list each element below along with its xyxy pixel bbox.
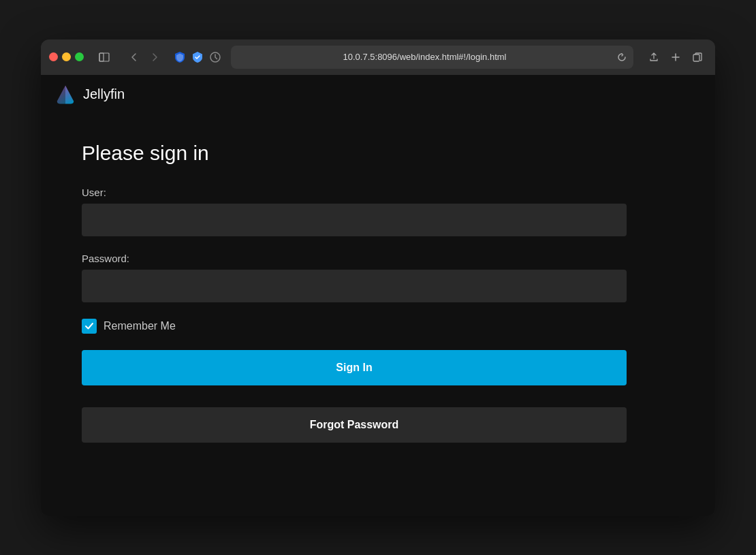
bitwarden-extension-icon[interactable] (172, 50, 187, 65)
login-container: Please sign in User: Password: Remember … (82, 142, 627, 443)
password-input[interactable] (82, 270, 627, 302)
remember-me-group: Remember Me (82, 319, 627, 334)
close-button[interactable] (49, 52, 58, 61)
remember-me-checkbox[interactable] (82, 319, 97, 334)
nav-buttons (125, 48, 164, 67)
browser-window: 10.0.7.5:8096/web/index.html#!/login.htm… (41, 39, 715, 516)
forgot-password-button[interactable]: Forgot Password (82, 407, 627, 443)
remember-me-label: Remember Me (104, 320, 176, 332)
forward-button[interactable] (145, 48, 164, 67)
title-bar: 10.0.7.5:8096/web/index.html#!/login.htm… (41, 39, 715, 75)
password-label: Password: (82, 253, 627, 264)
reload-button[interactable] (617, 52, 627, 62)
page-content: Please sign in User: Password: Remember … (41, 114, 715, 516)
username-input[interactable] (82, 204, 627, 236)
jellyfin-logo-icon (54, 84, 76, 106)
back-button[interactable] (125, 48, 144, 67)
svg-rect-1 (99, 53, 109, 61)
jellyfin-logo[interactable]: Jellyfin (54, 84, 125, 106)
app-header: Jellyfin (41, 75, 715, 114)
extension-icons (172, 50, 223, 65)
user-label: User: (82, 187, 627, 198)
svg-rect-3 (693, 54, 699, 61)
privacy-extension-icon[interactable] (208, 50, 223, 65)
shield-extension-icon[interactable] (190, 50, 205, 65)
minimize-button[interactable] (62, 52, 71, 61)
user-field-group: User: (82, 187, 627, 236)
page-title: Please sign in (82, 142, 627, 165)
share-button[interactable] (644, 48, 663, 67)
address-bar[interactable]: 10.0.7.5:8096/web/index.html#!/login.htm… (231, 46, 633, 69)
maximize-button[interactable] (75, 52, 84, 61)
copy-tab-button[interactable] (688, 48, 707, 67)
app-name: Jellyfin (83, 86, 125, 102)
sidebar-toggle-button[interactable] (95, 48, 114, 67)
password-field-group: Password: (82, 253, 627, 302)
url-text: 10.0.7.5:8096/web/index.html#!/login.htm… (238, 52, 612, 62)
traffic-lights (49, 52, 84, 61)
right-controls (644, 48, 707, 67)
svg-rect-0 (99, 53, 104, 61)
new-tab-button[interactable] (666, 48, 685, 67)
sign-in-button[interactable]: Sign In (82, 350, 627, 385)
